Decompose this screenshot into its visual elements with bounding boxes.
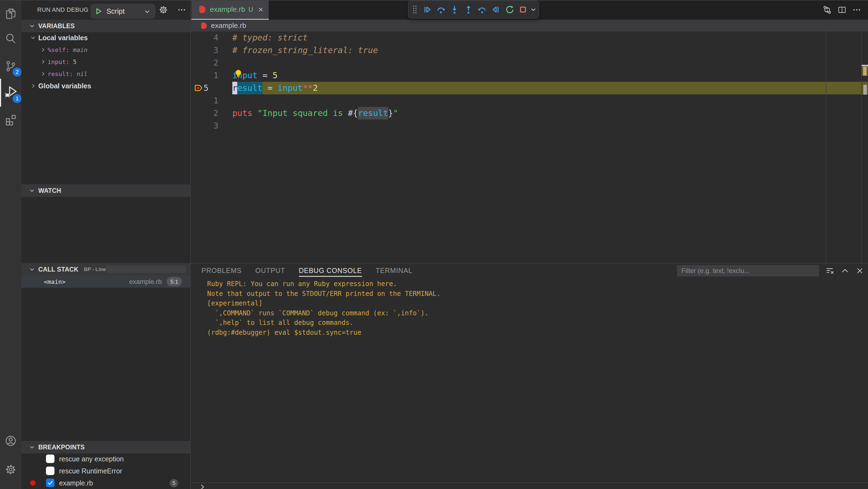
sidebar-title: RUN AND DEBUG [37,0,88,20]
sidebar-item-run-and-debug[interactable]: 1 [0,79,21,104]
code-line: 3# frozen_string_literal: true [191,44,868,57]
variable-name: %self: [48,46,73,53]
lightbulb-icon[interactable] [234,69,243,78]
console-filter-input[interactable] [677,265,819,276]
chevron-down-icon [29,444,35,450]
tab-label: example.rb [210,5,245,14]
reverse-continue-button[interactable] [489,2,503,18]
sidebar-item-extensions[interactable] [0,107,21,132]
launch-config-label: Script [106,7,125,15]
breakpoint-label: rescue any exception [59,453,124,465]
chevron-down-icon [29,266,35,272]
section-label: VARIABLES [38,23,75,30]
code-line: 4# typed: strict [191,31,868,44]
section-label: WATCH [38,187,61,194]
line-number: 3 [191,120,218,132]
breakpoint-line-badge: 5 [170,479,178,487]
activity-bar: 2 1 [0,0,21,489]
close-panel-icon[interactable] [855,266,865,276]
step-out-button[interactable] [462,2,475,18]
current-line-highlight [232,82,861,94]
breakpoint-checkbox[interactable] [46,479,55,487]
start-debug-icon[interactable] [94,7,103,15]
breakpoint-row-source[interactable]: example.rb5 [21,477,191,489]
launch-config-dropdown[interactable]: Script [91,4,155,19]
code-editor[interactable]: 4# typed: strict3# frozen_string_literal… [191,31,868,263]
search-icon [4,32,17,45]
variables-scope-global-variables[interactable]: Global variables [21,80,191,92]
breakpoint-row-exception[interactable]: rescue RuntimeError [21,465,191,477]
sidebar-item-explorer[interactable] [0,1,21,26]
overview-currentline-mark [862,82,868,95]
console-line: (rdbg:#debugger) eval $stdout.sync=true [207,328,440,338]
views-more-actions-icon[interactable] [176,4,188,16]
chevron-down-icon [144,8,151,15]
tab-example-rb[interactable]: example.rb U [191,0,269,19]
section-header-watch[interactable]: WATCH [21,184,191,197]
gear-icon [4,463,17,476]
editor-more-actions-icon[interactable] [851,4,862,15]
bottom-panel: PROBLEMSOUTPUTDEBUG CONSOLETERMINAL Ruby… [191,263,868,489]
sidebar-item-search[interactable] [0,26,21,51]
variable-value: main [73,46,88,53]
drag-handle-icon[interactable] [409,2,420,18]
panel-tab-output[interactable]: OUTPUT [255,264,285,277]
account-icon [4,434,17,447]
editor-group: example.rb U [191,0,868,489]
debug-settings-gear-icon[interactable] [157,4,169,16]
chevron-right-icon [40,47,46,53]
panel-tab-terminal[interactable]: TERMINAL [376,264,412,277]
breakpoint-checkbox[interactable] [46,455,55,463]
call-stack-frame-row[interactable]: <main> example.rb 5:1 [21,276,191,288]
debug-console-output: Ruby REPL: You can run any Ruby expressi… [207,279,440,337]
restart-button[interactable] [503,2,517,18]
open-changes-icon[interactable] [822,4,833,15]
breakpoint-checkbox[interactable] [46,466,55,475]
settings-button[interactable] [0,457,21,482]
sidebar-item-source-control[interactable]: 2 [0,54,21,79]
breakpoint-row-exception[interactable]: rescue any exception [21,453,191,465]
files-icon [4,7,17,20]
breadcrumbs[interactable]: example.rb [191,20,868,31]
accounts-button[interactable] [0,428,21,453]
stop-button[interactable] [517,2,529,18]
overview-ruler [861,31,868,263]
chevron-right-icon [40,71,46,77]
step-back-button[interactable] [475,2,489,18]
chevron-down-icon [29,188,35,194]
section-header-variables[interactable]: VARIABLES [21,20,191,32]
panel-tab-debug-console[interactable]: DEBUG CONSOLE [299,264,362,277]
code-line-current: 5result = input**2 [191,82,868,94]
debug-badge: 1 [12,94,22,103]
step-over-button[interactable] [434,2,448,18]
source-control-badge: 2 [12,68,22,76]
panel-tab-problems[interactable]: PROBLEMS [202,264,242,277]
stop-dropdown-chevron-icon[interactable] [529,2,538,18]
line-number: 1 [191,94,218,107]
vscode-window: 2 1 [0,0,868,489]
breakpoint-current-frame-icon[interactable] [194,84,202,92]
tab-git-status: U [248,6,253,13]
variable-name: input: [48,59,73,65]
section-header-breakpoints[interactable]: BREAKPOINTS [21,441,191,453]
chevron-down-icon [30,35,36,41]
variable-row[interactable]: result: nil [21,68,191,80]
repl-input-row[interactable] [191,483,868,489]
step-into-button[interactable] [448,2,461,18]
chevron-right-icon [40,59,46,65]
console-line: [experimental] [207,299,440,308]
clear-console-icon[interactable] [825,266,835,276]
maximize-panel-icon[interactable] [840,266,850,276]
breakpoint-label: rescue RuntimeError [59,465,122,477]
split-editor-icon[interactable] [837,4,847,15]
variable-value: nil [76,71,88,77]
code-line: 2puts "Input squared is #{result}" [191,107,868,120]
variable-value: 5 [73,59,76,65]
breakpoint-dot-icon [30,480,36,486]
continue-button[interactable] [420,2,434,18]
variable-row[interactable]: input: 5 [21,56,191,68]
close-icon[interactable] [257,6,265,13]
sidebar-editor-sash[interactable] [190,0,191,489]
variables-scope-local-variables[interactable]: Local variables [21,32,191,44]
variable-row[interactable]: %self: main [21,44,191,56]
